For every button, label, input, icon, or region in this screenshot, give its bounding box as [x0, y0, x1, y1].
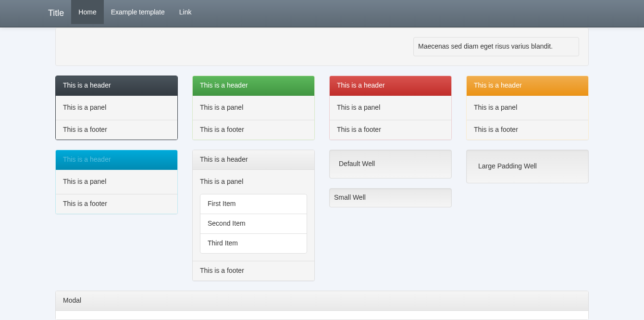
top-container-well: Maecenas sed diam eget risus varius blan… — [55, 27, 589, 66]
panel-footer: This is a footer — [56, 194, 177, 214]
navbar: Title Home Example template Link — [0, 0, 644, 27]
well-small: Small Well — [329, 188, 452, 207]
modal-section: Modal — [55, 291, 589, 320]
panel-footer: This is a footer — [193, 261, 314, 281]
panel-footer: This is a footer — [56, 120, 177, 140]
panel-header: This is a header — [330, 76, 451, 96]
panel-footer: This is a footer — [330, 120, 451, 140]
panel-body: This is a panel First Item Second Item T… — [193, 170, 314, 261]
panel-body: This is a panel — [330, 96, 451, 120]
panel-body-text: This is a panel — [200, 178, 243, 185]
panel-header: This is a header — [467, 76, 588, 96]
nav-link[interactable]: Example template — [104, 0, 172, 24]
list-item[interactable]: Third Item — [200, 233, 307, 254]
panel-default-list: This is a header This is a panel First I… — [192, 150, 315, 281]
navbar-nav: Home Example template Link — [71, 0, 198, 27]
panel-footer: This is a footer — [193, 120, 314, 140]
modal-header: Modal — [56, 291, 588, 311]
panel-success: This is a header This is a panel This is… — [192, 76, 315, 140]
panels-row-1: This is a header This is a panel This is… — [55, 76, 589, 140]
panel-header: This is a header — [193, 76, 314, 96]
well-large: Large Padding Well — [466, 150, 589, 183]
panel-header: This is a header — [56, 76, 177, 96]
panel-primary: This is a header This is a panel This is… — [55, 76, 178, 140]
well-default: Default Well — [329, 150, 452, 179]
navbar-brand[interactable]: Title — [48, 0, 71, 27]
panel-warning: This is a header This is a panel This is… — [466, 76, 589, 140]
list-item[interactable]: Second Item — [200, 214, 307, 234]
nav-item-example-template[interactable]: Example template — [104, 0, 172, 27]
list-item[interactable]: First Item — [200, 194, 307, 214]
modal-body — [56, 311, 588, 320]
panel-header: This is a header — [56, 150, 177, 170]
list-group: First Item Second Item Third Item — [200, 194, 307, 254]
panel-header: This is a header — [193, 150, 314, 170]
panel-body: This is a panel — [467, 96, 588, 120]
nav-item-link[interactable]: Link — [172, 0, 199, 27]
panel-body: This is a panel — [56, 96, 177, 120]
nav-item-home[interactable]: Home — [71, 0, 103, 27]
top-inner-well: Maecenas sed diam eget risus varius blan… — [413, 37, 579, 56]
panel-info: This is a header This is a panel This is… — [55, 150, 178, 214]
panel-body: This is a panel — [56, 170, 177, 194]
panel-footer: This is a footer — [467, 120, 588, 140]
nav-link[interactable]: Link — [172, 0, 199, 24]
panel-danger: This is a header This is a panel This is… — [329, 76, 452, 140]
panel-body: This is a panel — [193, 96, 314, 120]
nav-link[interactable]: Home — [71, 0, 103, 24]
panels-row-2: This is a header This is a panel This is… — [55, 150, 589, 281]
